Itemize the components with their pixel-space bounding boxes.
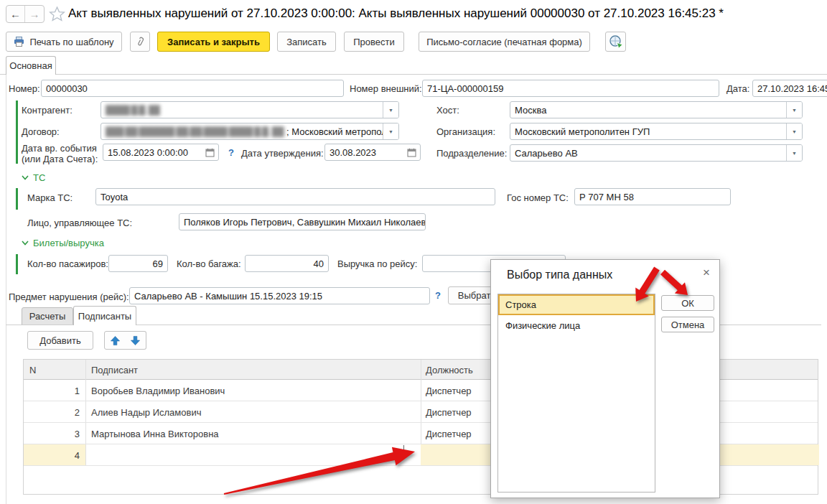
- external-number-input[interactable]: 71-ЦА-000000159: [422, 80, 719, 97]
- dialog-title: Выбор типа данных: [507, 269, 612, 281]
- collapse-chevron-icon: [22, 175, 29, 180]
- post-button[interactable]: Провести: [344, 32, 404, 52]
- tab-content-divider: [0, 74, 827, 75]
- signer-cell[interactable]: Воробьев Владимир Иванович: [91, 386, 225, 396]
- column-header-signer[interactable]: Подписант: [91, 365, 138, 375]
- back-button[interactable]: ←: [6, 6, 25, 22]
- contract-label: Договор:: [22, 126, 60, 137]
- app-window: ← → Акт выявленных нарушений от 27.10.20…: [0, 0, 827, 504]
- external-number-label: Номер внешний:: [350, 83, 422, 94]
- passengers-input[interactable]: 69: [108, 255, 168, 272]
- tickets-section-header[interactable]: Билеты/выручка: [22, 238, 104, 248]
- column-header-n[interactable]: N: [29, 365, 36, 375]
- vehicle-section-header[interactable]: ТС: [22, 172, 45, 183]
- save-and-close-label: Записать и закрыть: [167, 37, 260, 47]
- post-label: Провести: [353, 37, 395, 47]
- required-group-marker: [16, 101, 18, 164]
- consent-letter-button[interactable]: Письмо-согласие (печатная форма): [419, 32, 590, 52]
- host-label: Хост:: [436, 105, 459, 116]
- counterparty-combo[interactable]: ████ █.█. ██ ▼: [101, 101, 399, 118]
- counterparty-redacted-value: ████ █.█. ██: [106, 105, 160, 116]
- division-dropdown-button[interactable]: ▼: [786, 145, 802, 161]
- division-label: Подразделение:: [436, 148, 507, 159]
- chevron-down-icon: ▼: [792, 129, 797, 134]
- ok-button[interactable]: ОК: [661, 295, 714, 311]
- printer-icon: [14, 37, 24, 47]
- violation-subject-help-link[interactable]: ?: [435, 290, 441, 301]
- vehicle-section-title: ТС: [33, 172, 45, 183]
- violation-subject-input[interactable]: Саларьево АВ - Камышин 15.15.2023 19:15: [129, 287, 430, 304]
- brand-input[interactable]: Toyota: [95, 188, 495, 205]
- save-label: Записать: [286, 37, 327, 47]
- baggage-label: Кол-во багажа:: [177, 258, 241, 269]
- plate-label: Гос номер ТС:: [507, 192, 569, 203]
- plate-input[interactable]: Р 707 МН 58: [574, 188, 731, 205]
- event-date-input[interactable]: 15.08.2023 0:00:00: [103, 144, 219, 161]
- event-date-help-link[interactable]: ?: [228, 147, 234, 158]
- row-number-cell[interactable]: 3: [24, 429, 80, 439]
- save-button[interactable]: Записать: [277, 32, 336, 52]
- tab-main[interactable]: Основная: [6, 56, 56, 75]
- add-row-button[interactable]: Добавить: [27, 331, 93, 350]
- move-up-button[interactable]: [104, 331, 126, 350]
- position-cell[interactable]: Диспетчер: [426, 386, 472, 396]
- contract-combo[interactable]: ███ ██ ██████ ██.██.████ ████ █.█. ██ ; …: [101, 123, 399, 140]
- print-template-button[interactable]: Печать по шаблону: [6, 32, 122, 52]
- arrow-up-icon: [110, 335, 121, 346]
- position-cell[interactable]: Диспетчер: [426, 407, 472, 418]
- event-date-calendar-button[interactable]: [202, 146, 217, 159]
- baggage-input[interactable]: 40: [245, 255, 329, 272]
- date-label: Дата:: [726, 83, 749, 94]
- attachments-button[interactable]: [130, 32, 150, 52]
- save-and-close-button[interactable]: Записать и закрыть: [157, 32, 270, 52]
- contract-redacted-value: ███ ██ ██████ ██.██.████ ████ █.█. ██: [106, 126, 286, 137]
- signer-cell[interactable]: Мартынова Инна Викторовна: [91, 429, 219, 439]
- edit-cursor: [403, 445, 404, 459]
- host-dropdown-button[interactable]: ▼: [786, 102, 802, 118]
- discussions-button[interactable]: [605, 32, 626, 52]
- add-row-label: Добавить: [39, 335, 80, 346]
- favorite-star-icon[interactable]: [49, 6, 65, 22]
- revenue-label: Выручка по рейсу:: [337, 258, 417, 269]
- back-icon: ←: [10, 8, 21, 20]
- required-group-marker: [16, 254, 18, 274]
- brand-label: Марка ТС:: [27, 192, 73, 203]
- row-number-cell[interactable]: 2: [24, 407, 80, 418]
- approval-date-calendar-button[interactable]: [404, 146, 419, 159]
- event-date-label-line1: Дата вр. события: [22, 143, 97, 154]
- counterparty-dropdown-button[interactable]: ▼: [383, 102, 398, 118]
- driver-input[interactable]: Поляков Игорь Петрович, Саввушкин Михаил…: [179, 213, 426, 230]
- chevron-down-icon: ▼: [388, 108, 393, 113]
- organization-combo[interactable]: Московский метрополитен ГУП ▼: [510, 123, 803, 140]
- number-label: Номер:: [9, 83, 40, 94]
- tab-calculations[interactable]: Расчеты: [22, 307, 73, 325]
- forward-button[interactable]: →: [25, 6, 44, 22]
- required-group-marker: [16, 188, 18, 210]
- division-combo[interactable]: Саларьево АВ ▼: [510, 144, 803, 162]
- list-item-string[interactable]: Строка: [498, 294, 655, 315]
- row-number-cell[interactable]: 4: [24, 450, 80, 461]
- position-cell[interactable]: Диспетчер: [426, 429, 472, 439]
- column-header-position[interactable]: Должность: [426, 365, 473, 375]
- form-left-border: [6, 75, 6, 504]
- signer-cell[interactable]: Алиев Надыр Исламович: [91, 407, 201, 418]
- date-input[interactable]: 27.10.2023 16:45:23: [752, 80, 827, 97]
- host-combo[interactable]: Москва ▼: [510, 101, 803, 118]
- cancel-button[interactable]: Отмена: [661, 317, 714, 332]
- close-icon: ×: [703, 266, 710, 279]
- data-type-list: Строка Физические лица: [497, 294, 655, 493]
- move-down-button[interactable]: [125, 331, 146, 350]
- window-title: Акт выявленных нарушений от 27.10.2023 0…: [68, 6, 724, 21]
- list-item-individuals[interactable]: Физические лица: [498, 315, 655, 336]
- number-input[interactable]: 00000030: [41, 80, 344, 97]
- contract-dropdown-button[interactable]: ▼: [383, 123, 398, 139]
- dialog-close-button[interactable]: ×: [703, 266, 710, 280]
- forward-icon: →: [29, 8, 40, 20]
- host-value: Москва: [515, 105, 546, 116]
- approval-date-input[interactable]: 30.08.2023: [324, 144, 421, 161]
- print-template-label: Печать по шаблону: [29, 37, 113, 47]
- row-number-cell[interactable]: 1: [24, 386, 80, 396]
- organization-dropdown-button[interactable]: ▼: [786, 123, 802, 139]
- calendar-icon: [205, 148, 215, 157]
- tab-signers[interactable]: Подписанты: [73, 306, 136, 325]
